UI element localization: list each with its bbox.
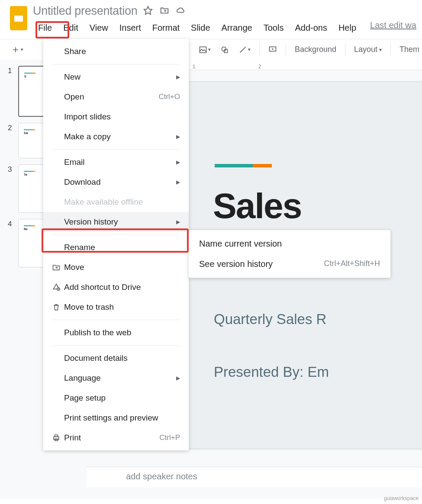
shape-icon[interactable]	[218, 44, 232, 56]
file-open[interactable]: OpenCtrl+O	[43, 87, 189, 107]
slide-subtitle-2[interactable]: Presented By: Em	[214, 364, 329, 380]
last-edit-link[interactable]: Last edit wa	[370, 20, 416, 35]
menu-slide[interactable]: Slide	[186, 20, 215, 35]
thumb-number: 4	[8, 219, 15, 267]
trash-icon	[52, 303, 64, 311]
thumb-number: 1	[8, 66, 15, 117]
file-print-settings[interactable]: Print settings and preview	[43, 408, 189, 428]
file-make-copy[interactable]: Make a copy▶	[43, 127, 189, 147]
file-language[interactable]: Language▶	[43, 368, 189, 388]
file-move-trash[interactable]: Move to trash	[43, 297, 189, 317]
file-rename[interactable]: Rename	[43, 238, 189, 257]
slides-logo[interactable]	[8, 3, 29, 33]
menu-arrange[interactable]: Arrange	[216, 20, 258, 35]
submenu-see-version-history[interactable]: See version history Ctrl+Alt+Shift+H	[189, 254, 390, 274]
cloud-saved-icon[interactable]	[176, 6, 186, 17]
comment-icon[interactable]	[266, 44, 280, 56]
file-share[interactable]: Share	[43, 42, 189, 61]
menu-format[interactable]: Format	[147, 20, 185, 35]
svg-rect-10	[55, 435, 58, 437]
file-move[interactable]: Move	[43, 257, 189, 277]
file-version-history[interactable]: Version history▶	[43, 212, 189, 232]
menu-help[interactable]: Help	[333, 20, 361, 35]
file-make-offline: Make available offline	[43, 192, 189, 212]
line-icon[interactable]: ▾	[236, 44, 253, 56]
file-new[interactable]: New▶	[43, 67, 189, 87]
file-print[interactable]: PrintCtrl+P	[43, 428, 189, 448]
new-slide-button[interactable]: ▾	[9, 44, 26, 56]
slide-title-text[interactable]: Sales	[213, 186, 301, 226]
accent-bar	[215, 164, 253, 167]
drive-shortcut-icon	[52, 283, 64, 292]
menu-tools[interactable]: Tools	[258, 20, 289, 35]
annotation-file-highlight	[35, 21, 69, 39]
move-icon	[52, 263, 64, 272]
background-button[interactable]: Background	[292, 43, 339, 56]
submenu-name-current-version[interactable]: Name current version	[189, 234, 390, 254]
move-folder-icon[interactable]	[160, 6, 169, 17]
speaker-notes[interactable]: Click to add speaker notes	[87, 467, 422, 488]
file-menu-dropdown: Share New▶ OpenCtrl+O Import slides Make…	[43, 39, 189, 450]
svg-marker-2	[144, 6, 152, 14]
file-add-shortcut[interactable]: Add shortcut to Drive	[43, 277, 189, 297]
thumb-number: 2	[8, 123, 15, 158]
slide-subtitle-1[interactable]: Quarterly Sales R	[214, 311, 326, 327]
star-icon[interactable]	[143, 6, 153, 17]
menu-view[interactable]: View	[84, 20, 113, 35]
file-document-details[interactable]: Document details	[43, 348, 189, 368]
file-import-slides[interactable]: Import slides	[43, 107, 189, 127]
file-page-setup[interactable]: Page setup	[43, 388, 189, 408]
menubar: File Edit View Insert Format Slide Arran…	[33, 20, 422, 35]
version-history-submenu: Name current version See version history…	[189, 230, 390, 278]
image-icon[interactable]: ▾	[196, 44, 213, 56]
file-publish[interactable]: Publish to the web	[43, 323, 189, 343]
layout-button[interactable]: Layout	[351, 43, 384, 56]
menu-insert[interactable]: Insert	[114, 20, 146, 35]
file-download[interactable]: Download▶	[43, 172, 189, 192]
print-icon	[52, 433, 64, 442]
svg-rect-1	[14, 16, 23, 22]
thumb-number: 3	[8, 164, 15, 213]
file-email[interactable]: Email▶	[43, 152, 189, 172]
theme-button[interactable]: Them	[397, 43, 422, 56]
document-title[interactable]: Untitled presentation	[33, 4, 137, 18]
watermark: guiaworkspace	[384, 495, 419, 501]
menu-addons[interactable]: Add-ons	[290, 20, 332, 35]
